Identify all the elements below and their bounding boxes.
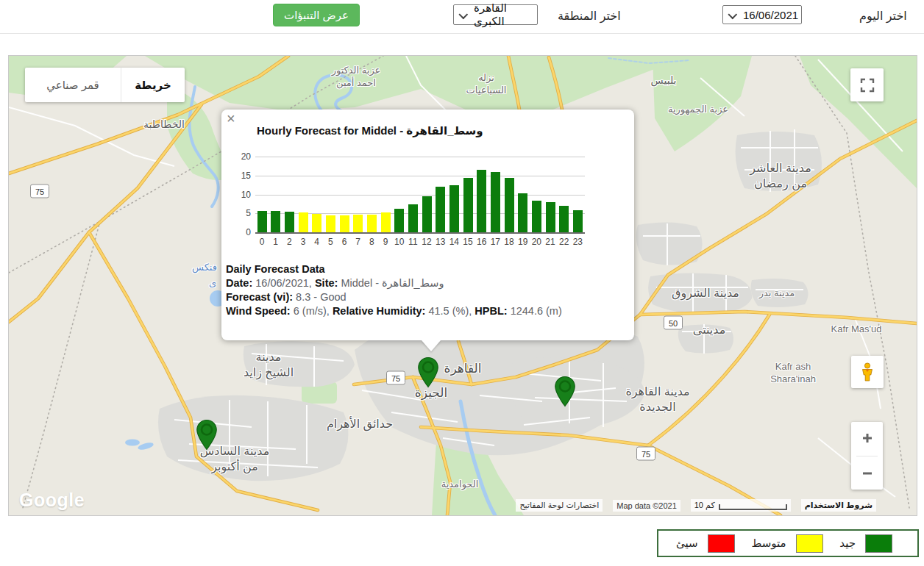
chart-x-tick: 22 [557,237,572,247]
chart-x-tick: 3 [296,237,310,247]
fullscreen-icon [860,78,875,93]
chart-bar-hour-21 [546,202,555,232]
map-pin-icon [554,376,576,407]
chart-x-tick: 7 [351,237,366,247]
details-met-line: Wind Speed: 6 (m/s), Relative Humidity: … [226,304,629,318]
legend-swatch-good [865,534,892,553]
chart-bar-hour-17 [491,172,500,232]
zoom-out-button[interactable] [851,457,883,490]
chart-bar-hour-12 [422,196,432,232]
chart-x-tick: 16 [475,237,489,247]
chart-y-tick: 15 [236,171,251,181]
hourly-forecast-chart: 0510152001234567891011121314151617181920… [236,151,591,248]
chart-y-tick: 20 [236,151,251,162]
legend-label-moderate: متوسط [751,537,786,550]
pegman-button[interactable] [851,356,884,388]
close-icon[interactable]: × [227,111,235,126]
google-logo[interactable]: Google [19,490,85,511]
daily-forecast-details: Daily Forecast Data Date: 16/06/2021, Si… [226,262,629,318]
terms-link[interactable]: شروط الاستخدام [801,499,876,512]
road-shield: 75 [636,447,655,461]
chart-x-tick: 20 [529,237,544,247]
road-shield: 75 [30,185,49,198]
legend-label-bad: سيئ [676,537,698,550]
chart-bar-hour-11 [408,204,418,232]
chart-x-tick: 6 [337,237,352,247]
chart-gridline [255,232,585,234]
map-marker[interactable] [417,357,439,391]
map-type-control: قمر صناعي خريطة [25,68,185,102]
chart-bar-hour-8 [367,215,377,232]
plus-icon [861,431,874,445]
divider [856,456,878,456]
chart-x-tick: 10 [392,237,407,247]
chart-bar-hour-19 [518,193,527,232]
show-forecasts-button[interactable]: عرض التنبؤات [273,4,360,26]
choose-region-label: اختر المنطقة [558,9,621,23]
map-attribution: اختصارات لوحة المفاتيح Map data ©2021 كم… [516,499,876,512]
map-marker[interactable] [554,376,576,410]
chart-x-tick: 21 [543,237,558,247]
choose-day-label: اختر اليوم [859,9,907,23]
chart-bar-hour-3 [299,212,308,232]
chart-y-tick: 5 [236,208,251,218]
legend-item-bad: سيئ [676,534,735,553]
legend-swatch-moderate [796,534,823,553]
chart-y-tick: 0 [236,227,251,237]
aqi-legend: جيدمتوسطسيئ [657,529,919,557]
satellite-button[interactable]: قمر صناعي [25,68,121,102]
chart-x-tick: 11 [405,237,420,247]
date-select[interactable]: 16/06/2021 [722,5,802,24]
chart-bar-hour-23 [573,210,583,232]
minus-icon [861,467,874,480]
chart-x-tick: 23 [570,237,585,247]
chart-x-tick: 8 [364,237,379,247]
chart-x-tick: 18 [502,237,516,247]
chart-x-tick: 1 [269,237,283,247]
zoom-control [851,422,883,490]
date-select-value: 16/06/2021 [743,9,798,21]
chart-bar-hour-5 [326,215,335,232]
chart-bar-hour-20 [532,201,541,232]
toolbar: اختر اليوم 16/06/2021 اختر المنطقة القاه… [0,0,924,34]
legend-label-good: جيد [839,537,856,550]
chart-bar-hour-7 [353,215,363,232]
details-date-site-line: Date: 16/06/2021, Site: Middel - وسط_الق… [226,276,629,290]
chart-bar-hour-2 [285,212,294,232]
chart-x-tick: 13 [433,237,448,247]
chart-x-tick: 15 [461,237,475,247]
road-shield: 75 [386,371,405,385]
chart-x-tick: 14 [447,237,461,247]
chart-gridline [255,157,585,157]
legend-swatch-bad [708,534,735,553]
map-button[interactable]: خريطة [121,68,185,102]
chart-title: Hourly Forecast for Middel - وسط_القاهرة [257,124,483,137]
chart-x-tick: 12 [419,237,434,247]
zoom-in-button[interactable] [851,422,883,454]
details-forecast-line: Forecast (vi): 8.3 - Good [226,290,629,304]
chart-bar-hour-0 [257,211,267,232]
chart-x-tick: 19 [516,237,530,247]
legend-item-moderate: متوسط [751,534,822,553]
chart-bar-hour-4 [312,214,321,232]
map-pin-icon [417,357,439,388]
chart-bar-hour-15 [463,178,473,232]
region-select[interactable]: القاهرة الكبرى [453,4,538,25]
keyboard-shortcuts-link[interactable]: اختصارات لوحة المفاتيح [516,499,603,512]
map-marker[interactable] [196,419,218,454]
fullscreen-button[interactable] [850,68,884,101]
info-window-tail [422,340,441,351]
chart-y-tick: 10 [236,190,251,200]
region-select-value: القاهرة الكبرى [474,1,530,28]
chart-x-tick: 4 [310,237,324,247]
chart-x-tick: 0 [255,237,269,247]
map-canvas[interactable]: عزبة الدكتور احمد أميننزله السباعياتبلبي… [8,55,917,516]
chart-bar-hour-6 [340,215,349,232]
legend-item-good: جيد [839,534,892,553]
chevron-down-icon [458,10,468,19]
map-pin-icon [196,419,218,451]
chart-x-tick: 17 [488,237,502,247]
chart-bar-hour-14 [449,185,459,232]
chart-bar-hour-10 [394,209,404,232]
chart-bar-hour-18 [505,178,514,232]
